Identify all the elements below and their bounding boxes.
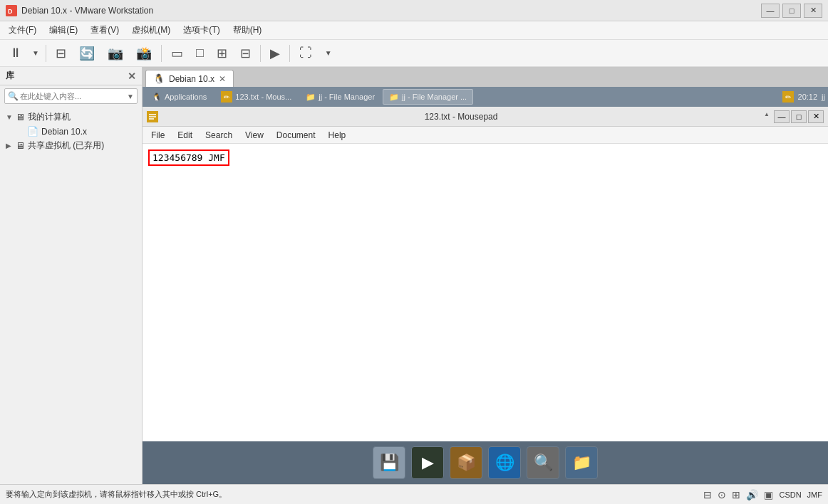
filemanager1-icon: 📁 [306,93,316,102]
mp-menu-help[interactable]: Help [323,129,352,142]
snapshot2-button[interactable]: 📸 [131,43,157,63]
mousepad-icon: ✏ [221,91,232,103]
mousepad-header: 123.txt - Mousepad ▲ — □ ✕ [143,107,828,127]
sidebar-tree: ▼ 🖥 我的计算机 📄 Debian 10.x ▶ 🖥 共享虚拟机 (已弃用) [0,107,142,156]
text-editor[interactable]: 123456789 JMF [143,144,828,441]
snapshot-button[interactable]: 📷 [103,43,128,63]
fullscreen-button[interactable]: ⛶ [294,43,317,63]
taskbar-filemanager2[interactable]: 📁 jj - File Manager ... [383,89,473,105]
mp-menu-search[interactable]: Search [200,129,238,142]
status-csdn: CSDN [779,490,801,499]
expand-icon: ▼ [6,113,14,121]
maximize-button[interactable]: □ [782,4,801,18]
sidebar-title: 库 [6,70,14,82]
shared-expand: ▶ [6,142,14,149]
vm-taskbar: 🐧 Applications ✏ 123.txt - Mous... 📁 jj … [143,87,828,107]
dropdown2-btn[interactable]: ▼ [320,43,337,63]
sidebar-search-box: 🔍 ▼ [4,88,138,104]
status-right: ⊟ ⊙ ⊞ 🔊 ▣ CSDN JMF [703,489,822,500]
tree-children: 📄 Debian 10.x [0,125,142,138]
taskbar-applications-label: Applications [165,93,207,101]
status-text: 要将输入定向到该虚拟机，请将鼠标指针移入其中或按 Ctrl+G。 [6,489,703,500]
taskbar-filemanager2-label: jj - File Manager ... [402,93,467,101]
view-btn3[interactable]: ⊞ [212,43,232,63]
menu-file[interactable]: 文件(F) [3,23,42,38]
vm-inner: 🐧 Applications ✏ 123.txt - Mous... 📁 jj … [143,87,828,484]
main-layout: 库 ✕ 🔍 ▼ ▼ 🖥 我的计算机 📄 Debian 10.x ▶ [0,67,828,484]
status-icon-4: 🔊 [746,489,758,500]
menu-edit[interactable]: 编辑(E) [43,23,83,38]
tree-item-debian[interactable]: 📄 Debian 10.x [11,125,142,138]
menu-vm[interactable]: 虚拟机(M) [126,23,176,38]
tree-label-mycomputer: 我的计算机 [28,111,71,123]
menu-bar: 文件(F) 编辑(E) 查看(V) 虚拟机(M) 选项卡(T) 帮助(H) [0,21,828,40]
toolbar-sep-2 [161,45,162,62]
sidebar-close-button[interactable]: ✕ [128,70,136,82]
vm-dock: 💾 ▶ 📦 🌐 🔍 📁 [143,441,828,484]
mousepad-window-title: 123.txt - Mousepad [158,112,764,122]
computer-icon: 🖥 [16,112,25,122]
taskbar-filemanager1[interactable]: 📁 jj - File Manager [299,89,381,105]
status-icon-2: ⊙ [718,489,726,500]
mp-menu-edit[interactable]: Edit [172,129,198,142]
close-button[interactable]: ✕ [804,4,822,18]
window-controls: — □ ✕ [761,4,822,18]
status-icon-3: ⊞ [732,489,740,500]
mousepad-minimize-btn[interactable]: — [774,110,790,123]
restore-button[interactable]: 🔄 [74,43,100,63]
power-button[interactable]: ⊟ [51,43,71,63]
tab-debian-icon: 🐧 [153,73,165,84]
toolbar-sep-4 [289,45,290,62]
vm-tab-debian[interactable]: 🐧 Debian 10.x ✕ [145,70,234,87]
mp-menu-view[interactable]: View [239,129,269,142]
mp-menu-file[interactable]: File [145,129,170,142]
dock-search[interactable]: 🔍 [527,446,559,479]
vm-tab-close-button[interactable]: ✕ [219,74,226,84]
sidebar-search-input[interactable] [20,92,127,100]
console-button[interactable]: ▶ [265,43,285,63]
dock-terminal[interactable]: ▶ [411,446,444,479]
dock-package[interactable]: 📦 [450,446,482,479]
view-btn4[interactable]: ⊟ [235,43,256,63]
tree-label-shared: 共享虚拟机 (已弃用) [28,140,104,152]
status-icon-5: ▣ [764,489,773,500]
vmware-icon: D [6,5,17,16]
tree-item-mycomputer[interactable]: ▼ 🖥 我的计算机 [0,110,142,125]
window-title: Debian 10.x - VMware Workstation [21,6,153,16]
status-jmf: JMF [807,490,822,499]
taskbar-filemanager1-label: jj - File Manager [319,93,375,101]
menu-help[interactable]: 帮助(H) [227,23,268,38]
search-icon: 🔍 [8,91,19,101]
mousepad-title-icon [147,111,158,122]
search-dropdown-icon[interactable]: ▼ [127,93,134,100]
taskbar-edit-icon: ✏ [782,91,794,103]
view-btn1[interactable]: ▭ [166,43,188,63]
taskbar-applications[interactable]: 🐧 Applications [145,89,213,105]
toolbar-sep-1 [46,45,46,62]
mousepad-controls: ▲ — □ ✕ [764,110,824,123]
mp-menu-document[interactable]: Document [271,129,321,142]
menu-view[interactable]: 查看(V) [85,23,125,38]
view-btn2[interactable]: □ [191,43,209,63]
svg-text:D: D [8,8,13,15]
mousepad-maximize-btn[interactable]: □ [791,110,807,123]
scroll-up-icon: ▲ [764,110,770,119]
tree-label-debian: Debian 10.x [41,127,87,137]
tree-item-shared[interactable]: ▶ 🖥 共享虚拟机 (已弃用) [0,138,142,153]
dropdown-btn[interactable]: ▼ [30,43,41,63]
scroll-controls[interactable]: ▲ [764,110,770,123]
vm-tab-bar: 🐧 Debian 10.x ✕ [143,67,828,87]
taskbar-mousepad-label: 123.txt - Mous... [235,93,291,101]
mousepad-close-btn[interactable]: ✕ [808,110,824,123]
dock-disk[interactable]: 💾 [373,446,405,479]
title-bar: D Debian 10.x - VMware Workstation — □ ✕ [0,0,828,21]
dock-files[interactable]: 📁 [565,446,598,479]
taskbar-mousepad[interactable]: ✏ 123.txt - Mous... [214,89,298,105]
vm-tab-label: Debian 10.x [169,74,214,84]
sidebar-header: 库 ✕ [0,67,142,85]
dock-browser[interactable]: 🌐 [488,446,521,479]
pause-button[interactable]: ⏸ [4,43,27,63]
toolbar: ⏸ ▼ ⊟ 🔄 📷 📸 ▭ □ ⊞ ⊟ ▶ ⛶ ▼ [0,40,828,67]
menu-tab[interactable]: 选项卡(T) [177,23,225,38]
minimize-button[interactable]: — [761,4,780,18]
